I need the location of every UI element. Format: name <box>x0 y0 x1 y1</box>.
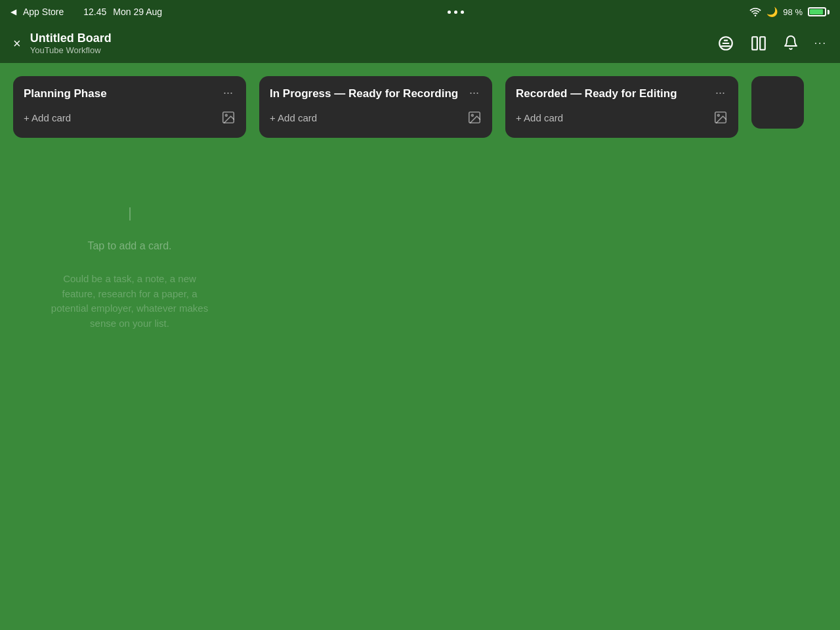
filter-icon[interactable] <box>717 35 734 52</box>
more-options-button[interactable]: ··· <box>814 38 827 49</box>
column-planning: Planning Phase ··· + Add card <box>13 76 246 138</box>
hint-title: Tap to add a card. <box>87 240 171 252</box>
column-planning-image-icon[interactable] <box>221 110 236 125</box>
column-in-progress-menu-button[interactable]: ··· <box>467 87 482 98</box>
column-planning-add-card-button[interactable]: + Add card <box>24 112 71 123</box>
svg-point-7 <box>225 115 227 117</box>
column-recorded-add-card-button[interactable]: + Add card <box>516 112 563 123</box>
app-store-label: App Store <box>23 7 64 17</box>
column-planning-title: Planning Phase <box>24 87 220 101</box>
dot-3 <box>461 10 464 14</box>
column-planning-add-card-row: + Add card <box>24 108 236 127</box>
board-title: Untitled Board <box>30 32 112 45</box>
column-in-progress-header: In Progress — Ready for Recording ··· <box>270 87 482 101</box>
column-planning-menu-button[interactable]: ··· <box>220 87 236 98</box>
nav-bar-right: ··· <box>717 35 827 52</box>
board-area: Planning Phase ··· + Add card In Progres… <box>0 63 840 630</box>
battery-icon <box>808 7 830 16</box>
column-in-progress-add-card-row: + Add card <box>270 108 482 127</box>
column-recorded-header: Recorded — Ready for Editing ··· <box>516 87 728 101</box>
status-bar-center <box>448 10 464 14</box>
battery-percent-label: 98 % <box>783 7 803 17</box>
time-label: 12.45 <box>83 7 106 17</box>
column-in-progress-image-icon[interactable] <box>467 110 482 125</box>
date-label: Mon 29 Aug <box>113 7 162 17</box>
status-bar-right: 🌙 98 % <box>749 7 830 17</box>
status-bar: ◀ App Store 12.45 Mon 29 Aug 🌙 98 % <box>0 0 840 24</box>
moon-icon: 🌙 <box>766 7 778 17</box>
board-view-icon[interactable] <box>750 35 767 52</box>
column-recorded: Recorded — Ready for Editing ··· + Add c… <box>505 76 738 138</box>
column-in-progress-title: In Progress — Ready for Recording <box>270 87 467 101</box>
svg-rect-4 <box>752 37 757 50</box>
hint-body: Could be a task, a note, a new feature, … <box>51 272 209 331</box>
nav-bar-left: × Untitled Board YouTube Workflow <box>13 32 112 55</box>
column-planning-header: Planning Phase ··· <box>24 87 236 101</box>
column-recorded-title: Recorded — Ready for Editing <box>516 87 713 101</box>
status-bar-left: ◀ App Store 12.45 Mon 29 Aug <box>10 7 162 17</box>
column-partial-4 <box>751 76 804 129</box>
svg-point-9 <box>471 115 473 117</box>
dot-1 <box>448 10 451 14</box>
svg-rect-5 <box>760 37 765 50</box>
board-subtitle: YouTube Workflow <box>30 45 112 55</box>
column-in-progress: In Progress — Ready for Recording ··· + … <box>259 76 492 138</box>
wifi-icon <box>749 7 761 16</box>
column-recorded-menu-button[interactable]: ··· <box>713 87 728 98</box>
board-title-container: Untitled Board YouTube Workflow <box>30 32 112 55</box>
notification-icon[interactable] <box>783 35 799 52</box>
dot-2 <box>454 10 457 14</box>
nav-bar: × Untitled Board YouTube Workflow ··· <box>0 24 840 63</box>
hint-line <box>129 207 131 220</box>
column-recorded-add-card-row: + Add card <box>516 108 728 127</box>
close-button[interactable]: × <box>13 37 21 50</box>
column-recorded-image-icon[interactable] <box>713 110 728 125</box>
hint-overlay: Tap to add a card. Could be a task, a no… <box>13 207 246 331</box>
svg-point-11 <box>717 115 719 117</box>
back-arrow-icon: ◀ <box>10 7 16 16</box>
column-in-progress-add-card-button[interactable]: + Add card <box>270 112 317 123</box>
